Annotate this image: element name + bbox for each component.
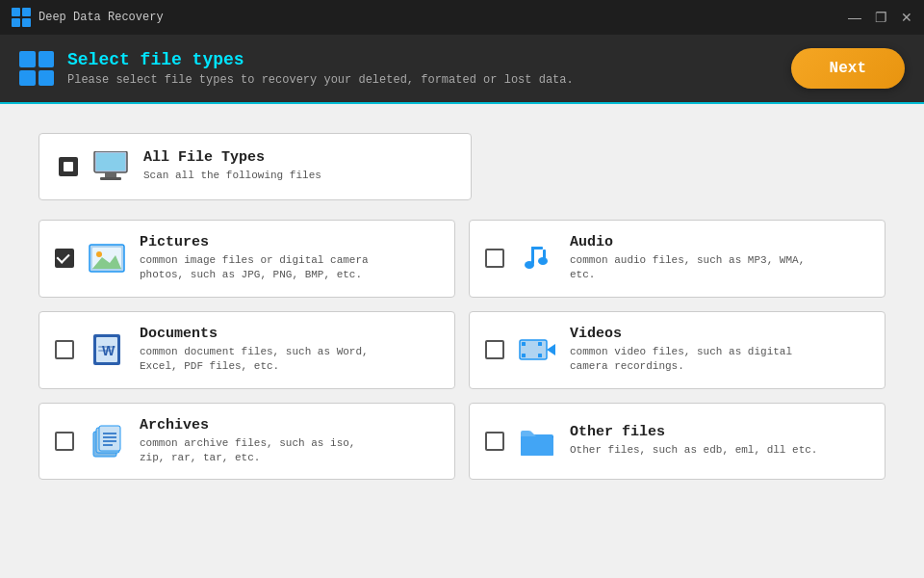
next-button[interactable]: Next (791, 48, 905, 89)
all-files-text: All File Types Scan all the following fi… (143, 149, 321, 183)
pictures-checkbox[interactable] (55, 249, 74, 268)
header-text: Select file types Please select file typ… (67, 50, 791, 87)
main-content: All File Types Scan all the following fi… (0, 104, 924, 578)
svg-rect-12 (543, 250, 546, 261)
svg-rect-35 (521, 436, 553, 456)
window-controls: — ❐ ✕ (848, 11, 912, 24)
app-title: Deep Data Recovery (38, 11, 164, 24)
other-files-icon (518, 424, 556, 459)
documents-checkbox[interactable] (55, 340, 74, 359)
other-files-checkbox[interactable] (485, 432, 504, 451)
other-files-text: Other files Other files, such as edb, em… (570, 424, 817, 458)
documents-text: Documents common document files, such as… (140, 326, 369, 375)
file-types-grid: Pictures common image files or digital c… (38, 220, 886, 480)
audio-description: common audio files, such as MP3, WMA,etc… (570, 253, 805, 283)
titlebar: Deep Data Recovery — ❐ ✕ (0, 0, 924, 35)
minimize-button[interactable]: — (848, 11, 861, 24)
videos-checkbox[interactable] (485, 340, 504, 359)
pictures-text: Pictures common image files or digital c… (140, 234, 369, 283)
other-files-label: Other files (570, 424, 817, 440)
videos-text: Videos common video files, such as digit… (570, 326, 792, 375)
audio-icon (518, 241, 556, 276)
audio-checkbox[interactable] (485, 249, 504, 268)
svg-rect-1 (96, 153, 125, 171)
svg-point-6 (96, 251, 102, 257)
videos-icon (518, 332, 556, 367)
videos-card: Videos common video files, such as digit… (469, 311, 886, 389)
archives-icon (88, 424, 126, 459)
other-files-card: Other files Other files, such as edb, em… (469, 403, 886, 481)
documents-card: W Documents common document files, such … (38, 311, 455, 389)
svg-rect-22 (538, 342, 542, 346)
header-logo-icon (19, 51, 54, 86)
svg-rect-21 (522, 354, 526, 357)
documents-icon: W (88, 332, 126, 367)
all-files-description: Scan all the following files (143, 169, 321, 183)
svg-marker-19 (547, 344, 555, 355)
pictures-description: common image files or digital cameraphot… (140, 253, 369, 283)
header: Select file types Please select file typ… (0, 35, 924, 104)
all-files-label: All File Types (143, 149, 321, 166)
page-subtitle: Please select file types to recovery you… (67, 73, 791, 87)
close-button[interactable]: ✕ (901, 11, 912, 24)
videos-label: Videos (570, 326, 792, 342)
audio-text: Audio common audio files, such as MP3, W… (570, 234, 805, 283)
page-title: Select file types (67, 50, 791, 69)
svg-rect-23 (538, 354, 542, 357)
archives-card: Archives common archive files, such as i… (38, 403, 455, 481)
videos-description: common video files, such as digitalcamer… (570, 345, 792, 375)
audio-card: Audio common audio files, such as MP3, W… (469, 220, 886, 298)
svg-rect-30 (99, 426, 120, 451)
archives-checkbox[interactable] (55, 432, 74, 451)
svg-rect-2 (105, 172, 116, 177)
pictures-card: Pictures common image files or digital c… (38, 220, 455, 298)
logo-icon (12, 8, 31, 27)
pictures-icon (88, 241, 126, 276)
svg-rect-20 (522, 342, 526, 346)
svg-rect-3 (100, 177, 121, 180)
maximize-button[interactable]: ❐ (875, 11, 887, 24)
monitor-icon (91, 149, 130, 184)
archives-description: common archive files, such as iso,zip, r… (140, 436, 355, 466)
svg-rect-17 (98, 350, 112, 352)
archives-label: Archives (140, 417, 355, 434)
audio-label: Audio (570, 234, 805, 250)
documents-label: Documents (140, 326, 369, 342)
other-files-description: Other files, such as edb, eml, dll etc. (570, 443, 817, 458)
svg-rect-16 (98, 346, 116, 348)
all-file-types-card: All File Types Scan all the following fi… (38, 133, 472, 200)
app-logo: Deep Data Recovery (12, 8, 164, 27)
archives-text: Archives common archive files, such as i… (140, 417, 355, 466)
documents-description: common document files, such as Word,Exce… (140, 345, 369, 375)
pictures-label: Pictures (140, 234, 369, 250)
all-files-checkbox[interactable] (59, 157, 78, 176)
svg-rect-9 (531, 247, 543, 250)
svg-point-10 (525, 261, 534, 269)
